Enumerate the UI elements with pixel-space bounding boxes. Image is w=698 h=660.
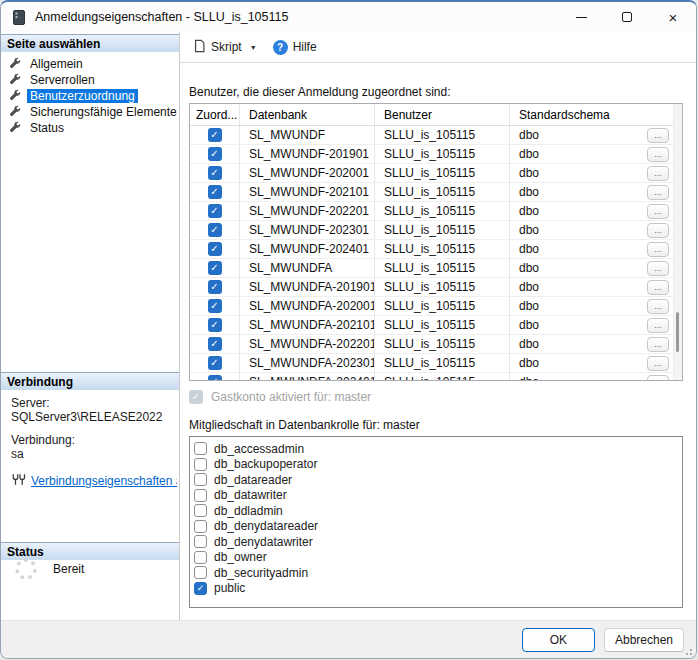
schema-cell: dbo [510,126,644,144]
role-item-db-datareader[interactable]: db_datareader [194,472,682,488]
role-checkbox[interactable] [194,520,207,533]
script-button[interactable]: Skript ▼ [188,36,262,59]
dialog-body: Seite auswählen AllgemeinServerrollenBen… [1,32,696,620]
table-row[interactable]: ✓SL_MWUNDFASLLU_is_105115dbo... [190,259,682,278]
role-item-public[interactable]: ✓public [194,581,682,597]
table-scrollbar[interactable] [673,104,682,380]
table-row[interactable]: ✓SL_MWUNDFSLLU_is_105115dbo... [190,126,682,145]
minimize-icon [576,17,587,18]
sidebar-item-allgemein[interactable]: Allgemein [6,56,179,72]
help-button[interactable]: ? Hilfe [268,37,322,58]
table-row[interactable]: ✓SL_MWUNDFA-201901SLLU_is_105115dbo... [190,278,682,297]
role-item-db-accessadmin[interactable]: db_accessadmin [194,441,682,457]
table-row[interactable]: ✓SL_MWUNDF-201901SLLU_is_105115dbo... [190,145,682,164]
schema-browse-button[interactable]: ... [647,185,669,200]
table-row[interactable]: ✓SL_MWUNDFA-202101SLLU_is_105115dbo... [190,316,682,335]
browse-cell: ... [644,126,672,144]
role-checkbox[interactable] [194,566,207,579]
sidebar-item-benutzerzuordnung[interactable]: Benutzerzuordnung [6,88,179,104]
schema-browse-button[interactable]: ... [647,242,669,257]
role-checkbox[interactable] [194,551,207,564]
table-row[interactable]: ✓SL_MWUNDF-202001SLLU_is_105115dbo... [190,164,682,183]
role-checkbox[interactable] [194,504,207,517]
role-checkbox[interactable] [194,489,207,502]
table-row[interactable]: ✓SL_MWUNDF-202301SLLU_is_105115dbo... [190,221,682,240]
mapping-table-label: Benutzer, die dieser Anmeldung zugeordne… [189,85,683,99]
wrench-icon [9,89,21,104]
mapped-checkbox[interactable]: ✓ [208,147,222,161]
mapped-checkbox[interactable]: ✓ [208,204,222,218]
main-panel: Skript ▼ ? Hilfe Benutzer, die dieser An… [180,32,696,620]
table-row[interactable]: ✓SL_MWUNDF-202401SLLU_is_105115dbo... [190,240,682,259]
schema-browse-button[interactable]: ... [647,147,669,162]
database-roles-listbox[interactable]: db_accessadmindb_backupoperatordb_datare… [189,436,683,608]
window-title: Anmeldungseigenschaften - SLLU_is_105115 [35,10,288,24]
mapped-checkbox[interactable]: ✓ [208,375,222,381]
mapped-checkbox[interactable]: ✓ [208,166,222,180]
table-row[interactable]: ✓SL_MWUNDFA-202201SLLU_is_105115dbo... [190,335,682,354]
mapped-cell: ✓ [190,183,240,201]
role-item-db-owner[interactable]: db_owner [194,550,682,566]
sidebar-item-status[interactable]: Status [6,120,179,136]
schema-browse-button[interactable]: ... [647,223,669,238]
mapped-checkbox[interactable]: ✓ [208,128,222,142]
toolbar: Skript ▼ ? Hilfe [180,32,696,63]
role-checkbox[interactable] [194,442,207,455]
table-row[interactable]: ✓SL_MWUNDF-202201SLLU_is_105115dbo... [190,202,682,221]
cancel-button[interactable]: Abbrechen [604,628,684,652]
table-row[interactable]: ✓SL_MWUNDFA-202001SLLU_is_105115dbo... [190,297,682,316]
mapped-checkbox[interactable]: ✓ [208,261,222,275]
schema-browse-button[interactable]: ... [647,128,669,143]
scrollbar-thumb[interactable] [676,312,679,352]
sidebar-item-serverrollen[interactable]: Serverrollen [6,72,179,88]
mapped-checkbox[interactable]: ✓ [208,223,222,237]
resize-grip[interactable] [683,646,693,656]
minimize-button[interactable] [558,2,604,32]
close-button[interactable]: × [650,2,696,32]
sidebar-item-label: Sicherungsfähige Elemente [27,105,180,119]
column-header-mapped[interactable]: Zuord... [190,104,240,125]
database-cell: SL_MWUNDFA-202301 [240,354,375,372]
schema-browse-button[interactable]: ... [647,204,669,219]
mapped-checkbox[interactable]: ✓ [208,242,222,256]
mapped-checkbox[interactable]: ✓ [208,299,222,313]
role-label: db_ddladmin [214,504,283,518]
schema-cell: dbo [510,259,644,277]
mapped-checkbox[interactable]: ✓ [208,185,222,199]
column-header-database[interactable]: Datenbank [240,104,375,125]
connection-properties-link[interactable]: Verbindungseigenschaften an: [31,474,177,488]
sidebar-item-sicherungsf-hige-elemente[interactable]: Sicherungsfähige Elemente [6,104,179,120]
role-item-db-ddladmin[interactable]: db_ddladmin [194,503,682,519]
table-row[interactable]: ✓SL_MWUNDFA-202401SLLU_is_105115dbo... [190,373,682,381]
schema-browse-button[interactable]: ... [647,356,669,371]
mapped-checkbox[interactable]: ✓ [208,280,222,294]
guest-account-checkbox: ✓ [189,390,203,404]
column-header-schema[interactable]: Standardschema [510,104,644,125]
role-checkbox[interactable]: ✓ [194,582,207,595]
mapped-checkbox[interactable]: ✓ [208,337,222,351]
role-checkbox[interactable] [194,535,207,548]
role-item-db-denydatareader[interactable]: db_denydatareader [194,519,682,535]
column-header-user[interactable]: Benutzer [375,104,510,125]
user-cell: SLLU_is_105115 [375,145,510,163]
schema-browse-button[interactable]: ... [647,299,669,314]
browse-cell: ... [644,183,672,201]
schema-browse-button[interactable]: ... [647,318,669,333]
schema-browse-button[interactable]: ... [647,261,669,276]
schema-browse-button[interactable]: ... [647,166,669,181]
schema-browse-button[interactable]: ... [647,280,669,295]
role-checkbox[interactable] [194,473,207,486]
role-checkbox[interactable] [194,458,207,471]
role-item-db-datawriter[interactable]: db_datawriter [194,488,682,504]
schema-browse-button[interactable]: ... [647,375,669,382]
ok-button[interactable]: OK [522,628,595,652]
mapped-checkbox[interactable]: ✓ [208,356,222,370]
role-item-db-denydatawriter[interactable]: db_denydatawriter [194,534,682,550]
role-item-db-securityadmin[interactable]: db_securityadmin [194,565,682,581]
mapped-checkbox[interactable]: ✓ [208,318,222,332]
schema-browse-button[interactable]: ... [647,337,669,352]
maximize-button[interactable] [604,2,650,32]
table-row[interactable]: ✓SL_MWUNDF-202101SLLU_is_105115dbo... [190,183,682,202]
table-row[interactable]: ✓SL_MWUNDFA-202301SLLU_is_105115dbo... [190,354,682,373]
role-item-db-backupoperator[interactable]: db_backupoperator [194,457,682,473]
